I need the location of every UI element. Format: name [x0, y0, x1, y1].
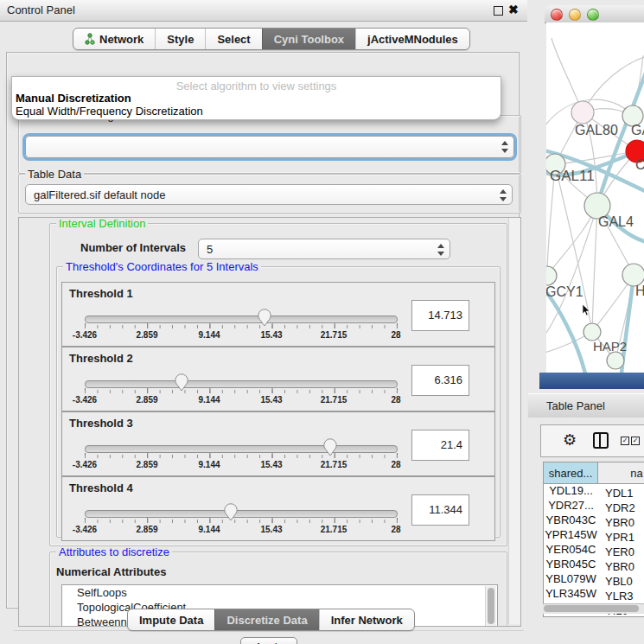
cell-shared-name[interactable]: YBL079W	[544, 572, 598, 585]
table-data-combobox[interactable]: galFiltered.sif default node	[25, 184, 513, 205]
cell-shared-name[interactable]: YBR043C	[544, 513, 598, 526]
popup-placeholder: Select algorithm to view settings	[12, 80, 501, 92]
close-icon[interactable]: ✖	[508, 3, 519, 16]
tick-label: -3.426	[73, 460, 97, 469]
table-row[interactable]: YER054CYER0	[544, 543, 644, 558]
bottom-tab-impute-data[interactable]: Impute Data	[128, 609, 214, 630]
attributes-scrollbar[interactable]	[485, 586, 496, 627]
cell-shared-name[interactable]: YPR145W	[544, 528, 598, 541]
cell-shared-name[interactable]: YER054C	[544, 543, 598, 556]
threshold-slider-track[interactable]	[85, 510, 398, 518]
bottom-mode-tabs: Impute DataDiscretize DataInfer Network	[127, 609, 415, 631]
table-row[interactable]: YBR043CYBR0	[544, 513, 644, 528]
cell-name[interactable]: YDL1	[598, 487, 634, 500]
cell-name[interactable]: YPR1	[598, 531, 634, 544]
slider-minor-ticks	[85, 520, 398, 523]
bottom-tab-discretize-data[interactable]: Discretize Data	[214, 609, 318, 630]
bottom-tab-label: Discretize Data	[226, 614, 307, 627]
threshold-value-field[interactable]: 21.4	[411, 430, 469, 461]
threshold-slider-track[interactable]	[85, 316, 398, 323]
network-node[interactable]	[607, 352, 624, 369]
table-row[interactable]: YBR045CYBR0	[544, 558, 644, 572]
tab-network[interactable]: Network	[73, 29, 155, 49]
threshold-slider-thumb[interactable]	[223, 503, 239, 521]
attributes-scrollbar-thumb[interactable]	[488, 588, 494, 624]
tick-label: 2.859	[136, 525, 157, 534]
cell-name[interactable]: YER0	[598, 545, 634, 558]
tick-label: 15.43	[260, 460, 282, 469]
mouse-cursor	[582, 304, 590, 317]
threshold-value-field[interactable]: 11.344	[411, 494, 469, 526]
tab-cyni-toolbox[interactable]: Cyni Toolbox	[262, 29, 355, 49]
cell-name[interactable]: YBR0	[598, 560, 634, 573]
checkbox-icon[interactable]: ✓	[631, 437, 640, 445]
table-row[interactable]: YDL19...YDL1	[544, 484, 644, 499]
threshold-slider-track[interactable]	[85, 445, 398, 453]
minimize-traffic-light[interactable]	[569, 9, 581, 21]
threshold-value-field[interactable]: 14.713	[411, 300, 469, 331]
gear-icon[interactable]: ⚙	[563, 430, 577, 450]
tab-jactivemnodules[interactable]: jActiveMNodules	[355, 29, 469, 49]
column-header-name[interactable]: na	[598, 462, 644, 484]
zoom-traffic-light[interactable]	[587, 9, 599, 21]
attribute-item[interactable]: SelfLoops	[62, 585, 497, 600]
table-row[interactable]: YLR345WYLR3	[544, 587, 644, 602]
popup-option-equal-width-frequency[interactable]: Equal Width/Frequency Discretization	[16, 105, 203, 118]
attributes-group-title: Attributes to discretize	[56, 546, 172, 558]
cell-name[interactable]: YLR3	[598, 590, 634, 603]
network-canvas[interactable]: GAL80GACGAL11GAL4GCY1HHAP2	[546, 22, 644, 373]
number-of-intervals-spinner[interactable]: 5	[198, 239, 450, 259]
network-window-titlebar[interactable]	[545, 5, 644, 23]
table-row[interactable]: YPR145WYPR1	[544, 528, 644, 543]
threshold-slider-thumb[interactable]	[174, 373, 189, 392]
network-node[interactable]	[571, 101, 594, 124]
tick-label: 28	[391, 330, 400, 340]
checkbox-icon[interactable]: ✓	[621, 437, 629, 445]
cell-shared-name[interactable]: YDR27...	[544, 499, 598, 512]
close-traffic-light[interactable]	[551, 9, 563, 21]
threshold-slider-thumb[interactable]	[322, 438, 338, 456]
tab-label: jActiveMNodules	[367, 33, 458, 46]
table-hscrollbar[interactable]	[543, 603, 644, 614]
table-hscrollbar-thumb[interactable]	[544, 605, 639, 612]
float-window-icon[interactable]	[494, 6, 503, 16]
apply-button[interactable]: Apply	[240, 637, 297, 644]
table-row[interactable]: YBL079WYBL0	[544, 572, 644, 587]
tick-label: 21.715	[321, 460, 348, 469]
column-header-shared-name[interactable]: shared...	[544, 462, 598, 484]
algorithm-combobox[interactable]	[25, 136, 514, 158]
cell-shared-name[interactable]: YBR045C	[544, 558, 598, 571]
network-edge	[552, 38, 583, 112]
cell-shared-name[interactable]: YLR345W	[544, 587, 598, 600]
threshold-slider-track[interactable]	[85, 380, 398, 388]
node-label: HAP2	[593, 339, 627, 354]
threshold-slider-thumb[interactable]	[257, 309, 272, 327]
combo-arrows-icon[interactable]	[501, 141, 508, 153]
cell-name[interactable]: YBR0	[598, 516, 634, 529]
table-row[interactable]: YDR27...YDR2	[544, 499, 644, 513]
cell-name[interactable]: YBL0	[598, 575, 633, 588]
table-data-title: Table Data	[25, 169, 84, 180]
cell-shared-name[interactable]: YDL19...	[544, 484, 598, 497]
combo-arrows-icon[interactable]	[499, 189, 507, 201]
slider-minor-ticks	[85, 455, 398, 458]
network-node[interactable]	[583, 323, 601, 341]
tick-label: 15.43	[260, 395, 282, 405]
columns-icon[interactable]	[593, 432, 609, 449]
bottom-tab-infer-network[interactable]: Infer Network	[319, 609, 414, 630]
cell-name[interactable]: YDR2	[598, 501, 635, 514]
tab-label: Network	[99, 33, 143, 46]
spinner-arrows-icon[interactable]	[437, 244, 444, 256]
tick-label: 9.144	[198, 330, 220, 340]
threshold-4-panel: Threshold 4-3.4262.8599.14415.4321.71528…	[61, 476, 495, 541]
table-data-value: galFiltered.sif default node	[34, 188, 165, 201]
threshold-value-field[interactable]: 6.316	[411, 365, 469, 396]
panel-scrollbar[interactable]	[508, 218, 520, 624]
popup-option-manual-discretization[interactable]: Manual Discretization	[16, 92, 131, 105]
network-node[interactable]	[546, 266, 557, 285]
node-table[interactable]: shared... na YDL19...YDL1YDR27...YDR2YBR…	[543, 462, 644, 617]
tab-select[interactable]: Select	[205, 29, 261, 49]
algorithm-dropdown-popup: Select algorithm to view settings Manual…	[11, 76, 501, 120]
tab-style[interactable]: Style	[155, 29, 205, 49]
tab-label: Style	[167, 33, 194, 46]
